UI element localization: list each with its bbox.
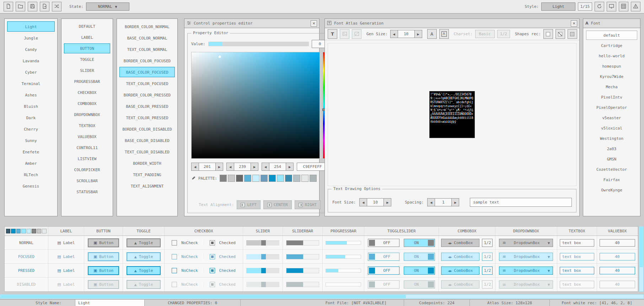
list-item[interactable]: STATUSBAR [64,187,110,197]
color-panel[interactable] [191,52,320,159]
list-item[interactable]: GMSN [586,154,637,164]
list-item[interactable]: BASE_COLOR_FOCUSED [119,67,175,77]
green-value[interactable]: 239 [234,163,251,171]
scrollbar-thumb[interactable] [1,295,406,298]
font-size-value[interactable]: 10 [367,198,383,206]
spinner-right-button[interactable] [451,198,459,206]
color-swatch[interactable] [228,175,235,182]
align-center-button[interactable]: CENTER [263,200,292,209]
spinner-right-button[interactable] [383,198,391,206]
valuebox-preview[interactable] [600,239,635,247]
value-slider[interactable] [208,42,309,46]
list-item[interactable]: TEXT_ALIGNMENT [119,181,175,191]
combobox-counter[interactable]: 1/2 [482,253,493,261]
list-item[interactable]: Genesis [7,181,55,191]
list-item[interactable]: Lavanda [7,56,55,66]
list-item[interactable]: Fairfax [586,175,637,184]
spinner-right-button[interactable] [215,163,223,171]
sliderbar-preview[interactable] [286,268,319,273]
shapes-fill-rec-button[interactable] [568,29,577,39]
list-item[interactable]: TEXT_COLOR_FOCUSED [119,78,175,89]
list-item[interactable]: TEXT_COLOR_PRESSED [119,112,175,123]
list-item[interactable]: Kyrou7Wide [586,72,637,81]
list-item[interactable]: Cyber [7,67,55,77]
toggleslider-on[interactable]: ON [404,253,435,261]
atlas-viewport[interactable]: !"#$%&'()*+,-./0123456789:;<=>?@ABCDEFGH… [328,43,576,186]
dropdownbox-preview[interactable]: DropdownBox [499,253,553,261]
list-item[interactable]: TOGGLE [64,54,110,64]
list-item[interactable]: Mecha [586,82,637,91]
shapes-white-rec-button[interactable] [543,29,553,39]
combobox-preview[interactable]: ComboBox [441,267,479,275]
dropdownbox-preview[interactable]: DropdownBox [499,239,553,247]
list-item[interactable]: OwreKynge [586,185,637,195]
toggle-preview[interactable]: Toggle [127,252,160,261]
table-vertical-scrollbar[interactable] [639,226,644,292]
list-item[interactable]: Enefete [7,147,55,157]
list-item[interactable]: COMBOBOX [64,99,110,109]
list-item[interactable]: BASE_COLOR_NORMAL [119,33,175,43]
list-item[interactable]: v5easter [586,113,637,122]
text-tool-button[interactable] [328,29,337,39]
list-item[interactable]: PixelIntv [586,93,637,102]
slider-preview[interactable] [246,240,279,246]
list-item[interactable]: BASE_COLOR_PRESSED [119,101,175,111]
list-item[interactable]: CHECKBOX [64,88,110,97]
list-item[interactable]: 2a03 [586,144,637,153]
list-item[interactable]: TEXT_PADDING [119,169,175,180]
list-item[interactable]: LABEL [64,32,110,42]
list-item[interactable]: Sunny [7,135,55,146]
list-item[interactable]: SCROLLBAR [64,176,110,186]
list-item[interactable]: BORDER_COLOR_FOCUSED [119,56,175,66]
toggleslider-on[interactable]: ON [404,267,435,275]
font-box-button[interactable] [439,29,449,39]
list-item[interactable]: SLIDER [64,65,110,75]
atlas-clear-button[interactable] [352,29,361,39]
spinner-left-button[interactable] [359,198,367,206]
list-item[interactable]: Amber [7,158,55,168]
checkbox-checked[interactable]: Checked [204,240,241,246]
list-item[interactable]: COLORPICKER [64,165,110,175]
spinner-left-button[interactable] [226,163,234,171]
valuebox-preview[interactable] [600,267,635,274]
hex-value-box[interactable]: C9EFFEFF [297,163,328,171]
list-item[interactable]: CONTROL11 [64,143,110,153]
color-swatch[interactable] [293,175,300,182]
valuebox-preview[interactable] [600,253,635,260]
checkbox-unchecked[interactable]: NoCheck [166,254,204,259]
spinner-left-button[interactable] [191,163,199,171]
spinner-right-button[interactable] [414,30,422,38]
close-icon[interactable]: × [311,20,317,27]
combobox-counter[interactable]: 1/2 [482,267,493,275]
blue-value[interactable]: 254 [269,163,286,171]
list-item[interactable]: LISTVIEW [64,154,110,164]
list-item[interactable]: BUTTON [64,43,110,53]
list-item[interactable]: Cherry [7,124,55,134]
spinner-left-button[interactable] [427,198,435,206]
value-slider-handle[interactable] [209,42,222,46]
toggleslider-off[interactable]: OFF [368,267,399,275]
list-item[interactable]: Light [7,21,55,32]
list-item[interactable]: Ashes [7,90,55,100]
sponsor-button[interactable] [631,2,640,11]
list-item[interactable]: Westington [586,134,637,143]
export-style-button[interactable] [40,2,49,11]
spinner-right-button[interactable] [286,163,294,171]
slider-preview[interactable] [246,254,279,259]
font-atlas-titlebar[interactable]: Font Atlas Generation × [325,19,579,28]
slider-handle[interactable] [261,254,266,259]
list-item[interactable]: Terminal [7,78,55,89]
slider-handle[interactable] [261,240,266,246]
toggleslider-on[interactable]: ON [404,239,435,247]
list-item[interactable]: DROPDOWNBOX [64,110,110,120]
color-swatch[interactable] [261,175,268,182]
textbox-preview[interactable] [560,267,594,274]
list-item[interactable]: Candy [7,44,55,54]
checkbox-checked[interactable]: Checked [204,254,241,259]
list-item[interactable]: TEXTBOX [64,121,110,131]
combobox-counter[interactable]: 1/2 [482,239,493,247]
list-item[interactable]: Cartridge [586,41,637,50]
color-swatch[interactable] [236,175,243,182]
textbox-preview[interactable] [560,239,594,247]
list-item[interactable]: VALUEBOX [64,132,110,142]
